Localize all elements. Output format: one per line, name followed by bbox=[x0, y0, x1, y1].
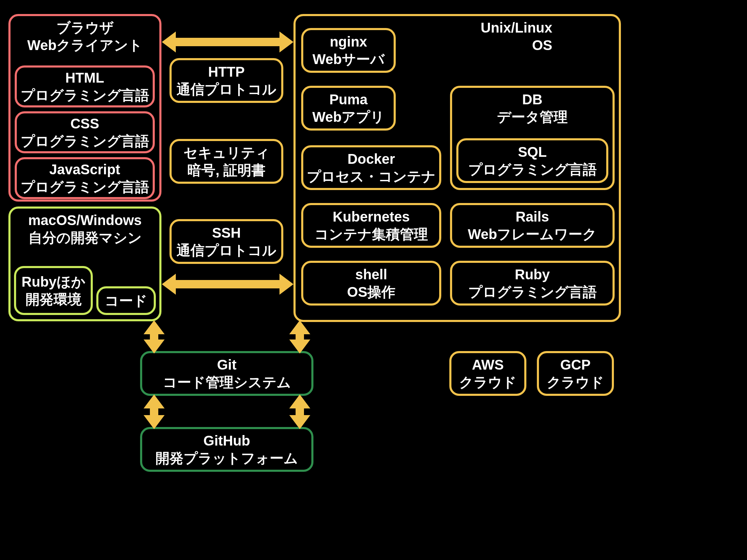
ssh-sub: 通信プロトコル bbox=[177, 241, 276, 259]
db-sub: データ管理 bbox=[497, 108, 568, 126]
shell-title: shell bbox=[355, 266, 387, 283]
nginx-title: nginx bbox=[330, 33, 367, 50]
code-title: コード bbox=[105, 292, 147, 309]
rails-box: Rails Webフレームワーク bbox=[450, 203, 615, 248]
browser-sub: Webクライアント bbox=[27, 36, 143, 54]
ruby-env-box: Rubyほか 開発環境 bbox=[14, 266, 93, 315]
k8s-title: Kubernetes bbox=[333, 208, 410, 225]
sql-sub: プログラミング言語 bbox=[468, 161, 597, 178]
git-box: Git コード管理システム bbox=[140, 351, 313, 396]
ssh-title: SSH bbox=[212, 224, 241, 241]
css-title: CSS bbox=[70, 115, 99, 132]
git-sub: コード管理システム bbox=[163, 373, 291, 391]
github-title: GitHub bbox=[203, 432, 250, 449]
security-box: セキュリティ 暗号, 証明書 bbox=[170, 139, 283, 184]
http-title: HTTP bbox=[208, 63, 244, 80]
code-box: コード bbox=[96, 286, 156, 315]
js-sub: プログラミング言語 bbox=[21, 178, 149, 196]
http-sub: 通信プロトコル bbox=[177, 80, 276, 98]
js-title: JavaScript bbox=[49, 161, 120, 178]
unix-sub: OS bbox=[532, 36, 552, 54]
github-sub: 開発プラットフォーム bbox=[155, 449, 298, 467]
gcp-sub: クラウド bbox=[547, 373, 604, 391]
diagram-stage: ブラウザ Webクライアント HTML プログラミング言語 CSS プログラミン… bbox=[0, 0, 747, 560]
unix-title: Unix/Linux bbox=[481, 19, 552, 36]
docker-sub: プロセス・コンテナ bbox=[307, 168, 436, 185]
sql-title: SQL bbox=[518, 143, 547, 161]
gcp-title: GCP bbox=[560, 356, 591, 373]
aws-sub: クラウド bbox=[459, 373, 517, 391]
nginx-sub: Webサーバ bbox=[312, 50, 385, 68]
html-box: HTML プログラミング言語 bbox=[15, 65, 155, 107]
puma-title: Puma bbox=[330, 91, 368, 108]
dev-title: macOS/Windows bbox=[28, 211, 141, 229]
ruby-env-title: Rubyほか bbox=[22, 273, 85, 290]
db-title: DB bbox=[522, 91, 542, 108]
docker-box: Docker プロセス・コンテナ bbox=[301, 145, 441, 190]
puma-box: Puma Webアプリ bbox=[301, 86, 396, 131]
http-box: HTTP 通信プロトコル bbox=[170, 58, 283, 103]
nginx-box: nginx Webサーバ bbox=[301, 28, 396, 73]
security-title: セキュリティ bbox=[184, 144, 270, 161]
puma-sub: Webアプリ bbox=[312, 108, 385, 126]
security-sub: 暗号, 証明書 bbox=[187, 161, 265, 179]
css-box: CSS プログラミング言語 bbox=[15, 111, 155, 153]
rails-title: Rails bbox=[516, 208, 549, 225]
github-box: GitHub 開発プラットフォーム bbox=[140, 427, 313, 472]
dev-sub: 自分の開発マシン bbox=[28, 229, 142, 246]
aws-box: AWS クラウド bbox=[449, 351, 526, 396]
html-sub: プログラミング言語 bbox=[21, 86, 149, 104]
browser-title: ブラウザ bbox=[56, 19, 114, 36]
ruby-sub: プログラミング言語 bbox=[468, 283, 597, 301]
sql-box: SQL プログラミング言語 bbox=[456, 138, 608, 183]
k8s-box: Kubernetes コンテナ集積管理 bbox=[301, 203, 441, 248]
k8s-sub: コンテナ集積管理 bbox=[314, 225, 428, 243]
js-box: JavaScript プログラミング言語 bbox=[15, 157, 155, 199]
rails-sub: Webフレームワーク bbox=[468, 225, 597, 243]
ruby-box: Ruby プログラミング言語 bbox=[450, 261, 615, 306]
docker-title: Docker bbox=[347, 150, 395, 168]
html-title: HTML bbox=[65, 69, 104, 86]
ruby-title: Ruby bbox=[515, 266, 550, 283]
ssh-box: SSH 通信プロトコル bbox=[170, 219, 283, 264]
git-title: Git bbox=[217, 356, 237, 373]
shell-sub: OS操作 bbox=[347, 283, 395, 301]
aws-title: AWS bbox=[472, 356, 504, 373]
gcp-box: GCP クラウド bbox=[537, 351, 614, 396]
css-sub: プログラミング言語 bbox=[21, 132, 149, 150]
shell-box: shell OS操作 bbox=[301, 261, 441, 306]
ruby-env-sub: 開発環境 bbox=[26, 290, 82, 308]
